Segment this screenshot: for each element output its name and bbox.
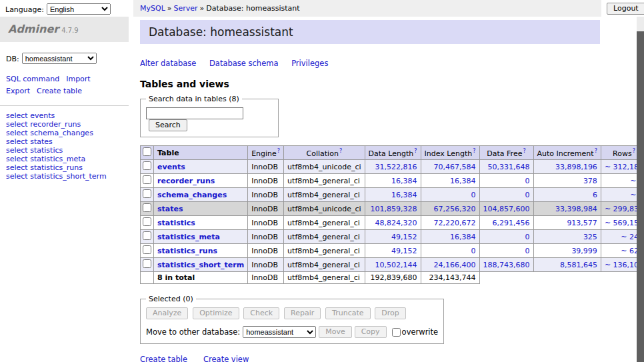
- table-name-link[interactable]: statistics_short_term: [157, 261, 244, 269]
- data-free-link[interactable]: 0: [525, 177, 530, 185]
- auto-increment-link[interactable]: 378: [583, 177, 597, 185]
- sidebar-item-import[interactable]: Import: [66, 75, 91, 83]
- index-length-link[interactable]: 0: [471, 191, 476, 199]
- auto-increment-link[interactable]: 39,999: [571, 247, 597, 255]
- help-link[interactable]: ?: [277, 148, 280, 154]
- help-link[interactable]: ?: [633, 148, 635, 154]
- help-link[interactable]: ?: [595, 148, 597, 154]
- index-length-link[interactable]: 72,220,672: [434, 219, 476, 227]
- sidebar-item-select-statistics-meta[interactable]: select statistics_meta: [6, 155, 85, 163]
- scrollbar-thumb[interactable]: [637, 31, 644, 362]
- column-header-table: Table: [154, 146, 248, 160]
- sidebar-item-create-table[interactable]: Create table: [37, 87, 82, 95]
- language-bar: Language:English: [0, 0, 133, 18]
- breadcrumb-server-link[interactable]: Server: [174, 4, 198, 13]
- truncate-button[interactable]: Truncate: [325, 307, 370, 319]
- sidebar-item-select-statistics-short-term[interactable]: select statistics_short_term: [6, 172, 107, 181]
- data-length-link[interactable]: 10,502,144: [375, 261, 417, 269]
- data-length-link[interactable]: 48,824,320: [375, 219, 417, 227]
- table-row: events InnoDB utf8mb4_unicode_ci 31,522,…: [141, 160, 644, 174]
- privileges-link[interactable]: Privileges: [291, 59, 328, 68]
- search-input[interactable]: [146, 107, 243, 119]
- row-checkbox[interactable]: [143, 203, 151, 212]
- index-length-link[interactable]: 16,384: [450, 177, 476, 185]
- table-name-link[interactable]: schema_changes: [157, 191, 227, 199]
- index-length-link[interactable]: 67,256,320: [434, 205, 476, 213]
- data-free-link[interactable]: 6,291,456: [493, 219, 530, 227]
- row-checkbox[interactable]: [143, 245, 151, 254]
- move-button[interactable]: Move: [319, 326, 352, 338]
- data-length-link[interactable]: 16,384: [391, 191, 417, 199]
- collation-cell: utf8mb4_general_ci: [284, 230, 365, 244]
- logout-button[interactable]: Logout: [607, 3, 644, 15]
- database-schema-link[interactable]: Database schema: [209, 59, 278, 68]
- table-name-link[interactable]: statistics_runs: [157, 247, 217, 255]
- sidebar-item-select-statistics[interactable]: select statistics: [6, 146, 63, 155]
- row-checkbox[interactable]: [143, 259, 151, 268]
- help-link[interactable]: ?: [473, 148, 475, 154]
- breadcrumb-mysql-link[interactable]: MySQL: [140, 4, 165, 13]
- copy-button[interactable]: Copy: [355, 326, 387, 338]
- auto-increment-link[interactable]: 6: [593, 191, 597, 199]
- move-row: Move to other database:homeassistantMove…: [146, 326, 438, 338]
- data-free-link[interactable]: 0: [525, 247, 530, 255]
- drop-button[interactable]: Drop: [375, 307, 405, 319]
- table-name-link[interactable]: recorder_runs: [157, 177, 215, 185]
- data-length-link[interactable]: 49,152: [391, 247, 417, 255]
- db-select[interactable]: homeassistant: [22, 53, 97, 64]
- sidebar-item-select-states[interactable]: select states: [6, 137, 53, 146]
- row-checkbox[interactable]: [143, 231, 151, 240]
- data-free-link[interactable]: 0: [525, 191, 530, 199]
- vertical-scrollbar[interactable]: [637, 17, 644, 362]
- check-button[interactable]: Check: [243, 307, 279, 319]
- analyze-button[interactable]: Analyze: [146, 307, 188, 319]
- data-length-link[interactable]: 49,152: [391, 233, 417, 241]
- row-checkbox[interactable]: [143, 175, 151, 184]
- row-checkbox[interactable]: [143, 161, 151, 170]
- auto-increment-link[interactable]: 8,581,645: [560, 261, 597, 269]
- create-view-link[interactable]: Create view: [203, 355, 249, 362]
- data-free-link[interactable]: 0: [525, 233, 530, 241]
- repair-button[interactable]: Repair: [284, 307, 321, 319]
- data-length-link[interactable]: 31,522,816: [375, 163, 417, 171]
- sidebar-item-sql-command[interactable]: SQL command: [6, 75, 59, 83]
- auto-increment-link[interactable]: 913,577: [567, 219, 597, 227]
- column-header-index-length: Index Length?: [421, 146, 479, 160]
- data-length-link[interactable]: 101,859,328: [371, 205, 417, 213]
- data-free-link[interactable]: 50,331,648: [488, 163, 530, 171]
- data-free-link[interactable]: 104,857,600: [483, 205, 530, 213]
- index-length-link[interactable]: 24,166,400: [434, 261, 476, 269]
- help-link[interactable]: ?: [339, 148, 342, 154]
- sidebar-item-select-schema-changes[interactable]: select schema_changes: [6, 129, 93, 137]
- table-row: statistics_meta InnoDB utf8mb4_general_c…: [141, 230, 644, 244]
- table-name-link[interactable]: statistics_meta: [157, 233, 220, 241]
- move-database-select[interactable]: homeassistant: [243, 326, 316, 338]
- table-name-link[interactable]: states: [157, 205, 183, 213]
- data-free-link[interactable]: 188,743,680: [483, 261, 530, 269]
- sidebar-item-select-events[interactable]: select events: [6, 111, 55, 120]
- help-link[interactable]: ?: [523, 148, 525, 154]
- optimize-button[interactable]: Optimize: [193, 307, 239, 319]
- sidebar-item-select-statistics-runs[interactable]: select statistics_runs: [6, 163, 83, 172]
- auto-increment-link[interactable]: 33,898,196: [555, 163, 597, 171]
- row-checkbox[interactable]: [143, 189, 151, 198]
- sidebar-item-export[interactable]: Export: [6, 87, 30, 95]
- alter-database-link[interactable]: Alter database: [140, 59, 196, 68]
- language-select[interactable]: English: [47, 3, 111, 15]
- search-button[interactable]: Search: [149, 119, 187, 131]
- auto-increment-link[interactable]: 325: [583, 233, 597, 241]
- overwrite-checkbox[interactable]: [392, 328, 401, 337]
- create-table-link[interactable]: Create table: [140, 355, 187, 362]
- row-checkbox[interactable]: [143, 217, 151, 226]
- index-length-link[interactable]: 0: [471, 247, 476, 255]
- index-length-link[interactable]: 16,384: [450, 233, 476, 241]
- sidebar-item-select-recorder-runs[interactable]: select recorder_runs: [6, 120, 81, 129]
- auto-increment-link[interactable]: 33,398,984: [555, 205, 597, 213]
- table-name-link[interactable]: events: [157, 163, 185, 171]
- index-length-link[interactable]: 70,467,584: [434, 163, 476, 171]
- table-name-link[interactable]: statistics: [157, 219, 195, 227]
- selected-legend: Selected (0): [146, 295, 196, 303]
- select-all-checkbox[interactable]: [143, 147, 151, 156]
- data-length-link[interactable]: 16,384: [391, 177, 417, 185]
- help-link[interactable]: ?: [414, 148, 417, 154]
